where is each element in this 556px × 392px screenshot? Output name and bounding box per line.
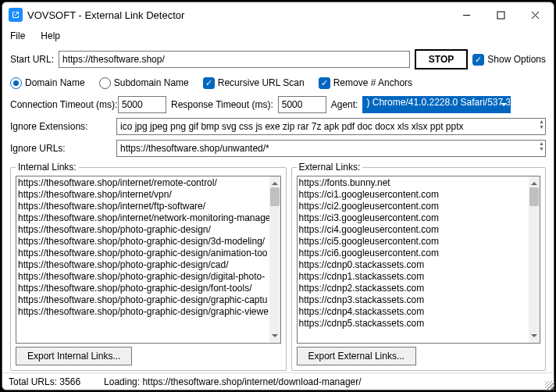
radio-icon bbox=[10, 77, 22, 89]
export-internal-button[interactable]: Export Internal Links... bbox=[16, 347, 132, 365]
agent-label: Agent: bbox=[331, 99, 358, 110]
external-links-list[interactable]: https://fonts.bunny.nethttps://ci1.googl… bbox=[297, 176, 540, 344]
list-item[interactable]: https://ci4.googleusercontent.com bbox=[299, 224, 530, 236]
list-item[interactable]: https://cdnp0.stackassets.com bbox=[299, 259, 530, 271]
ignore-ext-input[interactable] bbox=[116, 118, 546, 135]
maximize-button[interactable] bbox=[483, 3, 518, 27]
resp-timeout-label: Response Timeout (ms): bbox=[171, 99, 273, 110]
list-item[interactable]: https://thesoftware.shop/photo-graphic-d… bbox=[18, 224, 271, 236]
checkbox-icon bbox=[203, 77, 215, 89]
total-urls-label: Total URLs: 3566 bbox=[9, 376, 80, 387]
internal-links-list[interactable]: https://thesoftware.shop/internet/remote… bbox=[16, 176, 281, 344]
list-item[interactable]: https://ci5.googleusercontent.com bbox=[299, 236, 530, 248]
list-item[interactable]: https://ci3.googleusercontent.com bbox=[299, 212, 530, 224]
close-button[interactable] bbox=[518, 3, 552, 27]
conn-timeout-input[interactable] bbox=[118, 96, 166, 113]
checkbox-icon bbox=[319, 77, 330, 89]
statusbar: Total URLs: 3566 Loading: https://thesof… bbox=[2, 372, 554, 390]
external-links-title: External Links: bbox=[297, 162, 363, 173]
list-item[interactable]: https://fonts.bunny.net bbox=[299, 177, 530, 189]
remove-anchors-checkbox[interactable]: Remove # Anchors bbox=[319, 77, 412, 89]
start-url-input[interactable] bbox=[59, 51, 410, 68]
resp-timeout-input[interactable] bbox=[278, 96, 326, 113]
resize-grip-icon[interactable] bbox=[545, 381, 554, 390]
list-item[interactable]: https://cdnp5.stackassets.com bbox=[299, 318, 530, 330]
scrollbar-vertical[interactable] bbox=[529, 176, 540, 343]
start-url-label: Start URL: bbox=[10, 54, 54, 65]
list-item[interactable]: https://ci2.googleusercontent.com bbox=[299, 201, 530, 212]
svg-rect-0 bbox=[497, 12, 504, 19]
menu-help[interactable]: Help bbox=[37, 29, 63, 43]
minimize-button[interactable] bbox=[449, 3, 483, 27]
list-item[interactable]: https://cdnp3.stackassets.com bbox=[299, 294, 530, 306]
list-item[interactable]: https://thesoftware.shop/photo-graphic-d… bbox=[18, 248, 271, 259]
list-item[interactable]: https://thesoftware.shop/photo-graphic-d… bbox=[18, 306, 271, 318]
list-item[interactable]: https://thesoftware.shop/internet/networ… bbox=[18, 212, 271, 224]
loading-label: Loading: https://thesoftware.shop/intern… bbox=[104, 376, 362, 387]
list-item[interactable]: https://cdnp4.stackassets.com bbox=[299, 306, 530, 318]
app-icon bbox=[9, 8, 23, 22]
ignore-urls-label: Ignore URLs: bbox=[10, 143, 112, 154]
list-item[interactable]: https://thesoftware.shop/photo-graphic-d… bbox=[18, 271, 271, 283]
spinner-icon[interactable]: ▲▼ bbox=[539, 119, 544, 130]
radio-icon bbox=[99, 77, 111, 89]
app-window: VOVSOFT - External Link Detector File He… bbox=[2, 2, 554, 390]
list-item[interactable]: https://thesoftware.shop/internet/remote… bbox=[18, 177, 271, 189]
list-item[interactable]: https://thesoftware.shop/photo-graphic-d… bbox=[18, 236, 271, 248]
list-item[interactable]: https://ci6.googleusercontent.com bbox=[299, 248, 530, 259]
list-item[interactable]: https://thesoftware.shop/photo-graphic-d… bbox=[18, 259, 271, 271]
list-item[interactable]: https://thesoftware.shop/photo-graphic-d… bbox=[18, 283, 271, 294]
ignore-ext-label: Ignore Extensions: bbox=[10, 121, 112, 132]
list-item[interactable]: https://ci1.googleusercontent.com bbox=[299, 189, 530, 201]
list-item[interactable]: https://cdnp2.stackassets.com bbox=[299, 283, 530, 294]
menubar: File Help bbox=[2, 27, 554, 45]
external-links-panel: External Links: https://fonts.bunny.neth… bbox=[291, 162, 546, 371]
scrollbar-vertical[interactable] bbox=[269, 176, 280, 343]
subdomain-name-radio[interactable]: Subdomain Name bbox=[99, 77, 189, 89]
list-item[interactable]: https://thesoftware.shop/internet/vpn/ bbox=[18, 189, 271, 201]
menu-file[interactable]: File bbox=[7, 29, 28, 43]
export-external-button[interactable]: Export External Links... bbox=[297, 347, 416, 365]
domain-name-radio[interactable]: Domain Name bbox=[10, 77, 85, 89]
stop-button[interactable]: STOP bbox=[415, 49, 468, 69]
agent-select[interactable]: ) Chrome/41.0.2228.0 Safari/537.36 bbox=[362, 96, 511, 113]
internal-links-title: Internal Links: bbox=[16, 162, 79, 173]
ignore-urls-input[interactable] bbox=[116, 140, 546, 157]
internal-links-panel: Internal Links: https://thesoftware.shop… bbox=[10, 162, 287, 371]
spinner-icon[interactable]: ▲▼ bbox=[539, 141, 544, 151]
window-title: VOVSOFT - External Link Detector bbox=[27, 9, 449, 21]
list-item[interactable]: https://thesoftware.shop/photo-graphic-d… bbox=[18, 294, 271, 306]
titlebar: VOVSOFT - External Link Detector bbox=[2, 2, 554, 27]
show-options-label: Show Options bbox=[487, 54, 546, 65]
list-item[interactable]: https://thesoftware.shop/internet/ftp-so… bbox=[18, 201, 271, 212]
conn-timeout-label: Connection Timeout (ms): bbox=[10, 99, 113, 110]
show-options-checkbox[interactable]: Show Options bbox=[472, 54, 546, 66]
list-item[interactable]: https://cdnp1.stackassets.com bbox=[299, 271, 530, 283]
checkbox-icon bbox=[472, 54, 484, 66]
recursive-scan-checkbox[interactable]: Recursive URL Scan bbox=[203, 77, 305, 89]
